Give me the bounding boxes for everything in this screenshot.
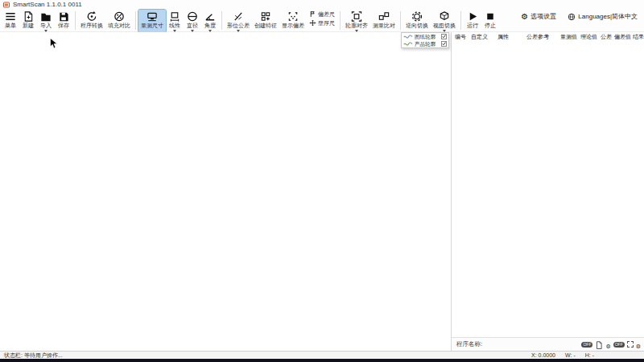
toolbar-ruler-stack: 偏差尺 壁厚尺 [307,10,337,27]
report-page-icon[interactable] [595,340,603,349]
main-body: 编号 自定义 属性 公差参考 量测值 理论值 公差 偏差值 结果 程序名称: O… [0,32,644,351]
height-readout: H: - [585,352,594,358]
mouse-cursor-icon [50,38,58,49]
panel-footer: 程序名称: OFF ⚙ OFF ⚙ [452,337,644,351]
toolbar-item-measure-dimension[interactable]: 量测尺寸 [138,10,166,32]
save-icon [57,10,70,23]
toolbar-right-group: ⚙ 选项设置 Languages|简体中文 [521,12,638,21]
toolbar-item-reverse-switch[interactable]: 逆向切换 [403,10,431,32]
menu-icon [4,10,17,23]
width-readout: W: - [565,352,576,358]
toolbar-item-linear-dimension[interactable]: 线性 [166,10,184,32]
column-header[interactable]: 公差参考 [526,33,549,41]
window-title: SmartScan 1.1.0.1 0011 [13,2,82,8]
toolbar-item-angle-dimension[interactable]: 角度 [201,10,219,32]
title-bar: SmartScan 1.1.0.1 0011 [0,0,644,9]
toolbar-separator [75,11,76,30]
toolbar-item-show-deviation[interactable]: 显示偏差 [279,10,307,32]
contour-display-popup: 图纸轮廓 产品轮廓 [401,32,449,48]
viewport-canvas[interactable] [0,32,451,351]
x-coordinate: X: 0.0000 [531,352,555,358]
column-header[interactable]: 自定义 [471,33,488,41]
checkbox-checked-icon[interactable] [441,34,447,39]
diameter-dimension-icon [186,10,199,23]
angle-dimension-icon [204,10,217,23]
new-file-icon [22,10,35,23]
toolbar-item-program-convert[interactable]: 程序转换 [78,10,105,32]
drawing-contour-option[interactable]: 图纸轮廓 [402,33,448,40]
column-header[interactable]: 编号 [455,33,466,41]
toolbar-separator [400,11,401,30]
thickness-ruler-icon [309,19,316,27]
product-contour-option[interactable]: 产品轮廓 [402,40,448,47]
options-settings-button[interactable]: ⚙ 选项设置 [521,12,556,21]
column-header[interactable]: 量测值 [560,33,577,41]
main-toolbar: 菜单 新建 导入 保存 程序转换 填充对比 量测尺寸 线性 直径 角度 [0,9,644,32]
toolbar-item-create-feature[interactable]: 创建特征 [252,10,279,32]
column-header[interactable]: 偏差值 [614,33,631,41]
column-header[interactable]: 结果 [633,33,644,41]
gear-icon: ⚙ [521,13,528,21]
gear-icon[interactable]: ⚙ [605,343,610,349]
bottom-edge-bar [0,359,644,362]
capture-frame-icon[interactable] [627,341,634,348]
contour-align-icon [350,10,363,23]
run-icon [466,10,479,23]
toolbar-item-gdt-tolerance[interactable]: 形位公差 [225,10,252,32]
toolbar-item-diameter-dimension[interactable]: 直径 [184,10,201,32]
stop-icon [484,10,497,23]
globe-icon [568,13,576,21]
contour-wave-icon [403,34,413,39]
toolbar-separator [460,11,461,30]
toolbar-item-stop[interactable]: 停止 [481,10,499,32]
coordinate-readout: X: 0.0000 W: - H: - [531,352,594,358]
results-table-body[interactable] [452,42,644,337]
results-table-header: 编号 自定义 属性 公差参考 量测值 理论值 公差 偏差值 结果 [452,32,644,42]
toolbar-separator [135,11,136,30]
column-header[interactable]: 公差 [601,33,612,41]
status-message: 状态栏: 等待用户操作... [4,352,63,360]
toolbar-item-thickness-ruler[interactable]: 壁厚尺 [309,19,335,27]
toolbar-separator [221,11,222,30]
view-switch-icon [438,10,451,23]
toggle-switch[interactable]: OFF [613,342,625,348]
contour-wave-icon [403,41,413,47]
create-feature-icon [259,10,272,23]
toolbar-item-measure-compare[interactable]: 测量比对 [370,10,398,32]
toolbar-separator [340,11,341,30]
results-panel: 编号 自定义 属性 公差参考 量测值 理论值 公差 偏差值 结果 程序名称: O… [451,32,644,351]
app-logo-icon [3,2,10,8]
linear-dimension-icon [168,10,181,23]
measure-dimension-icon [146,10,159,23]
show-deviation-icon [287,10,299,23]
toolbar-item-save[interactable]: 保存 [55,10,72,32]
toolbar-item-fill-compare[interactable]: 填充对比 [105,10,133,32]
import-folder-icon [39,10,52,23]
toolbar-item-run[interactable]: 运行 [464,10,481,32]
program-name-label: 程序名称: [456,340,482,348]
gdt-tolerance-icon [232,10,245,23]
toolbar-item-view-switch[interactable]: 视图切换 [431,10,458,32]
fill-compare-icon [113,10,126,23]
gear-icon[interactable]: ⚙ [636,343,641,349]
checkbox-checked-icon[interactable] [441,41,447,47]
toolbar-item-deviation-ruler[interactable]: 偏差尺 [309,10,335,18]
deviation-ruler-icon [309,10,316,18]
panel-footer-controls: OFF ⚙ OFF ⚙ [581,340,641,349]
toolbar-item-import[interactable]: 导入 [37,10,55,32]
toggle-switch[interactable]: OFF [581,342,592,348]
reverse-switch-icon [411,10,423,23]
language-switcher[interactable]: Languages|简体中文 [568,12,638,21]
toolbar-item-new[interactable]: 新建 [19,10,37,32]
status-bar: 状态栏: 等待用户操作... X: 0.0000 W: - H: - [0,351,644,359]
program-convert-icon [85,10,98,23]
column-header[interactable]: 属性 [497,33,509,41]
toolbar-item-menu[interactable]: 菜单 [2,10,19,32]
measure-compare-icon [378,10,390,23]
column-header[interactable]: 理论值 [580,33,597,41]
toolbar-item-contour-align[interactable]: 轮廓对齐 [343,10,370,32]
